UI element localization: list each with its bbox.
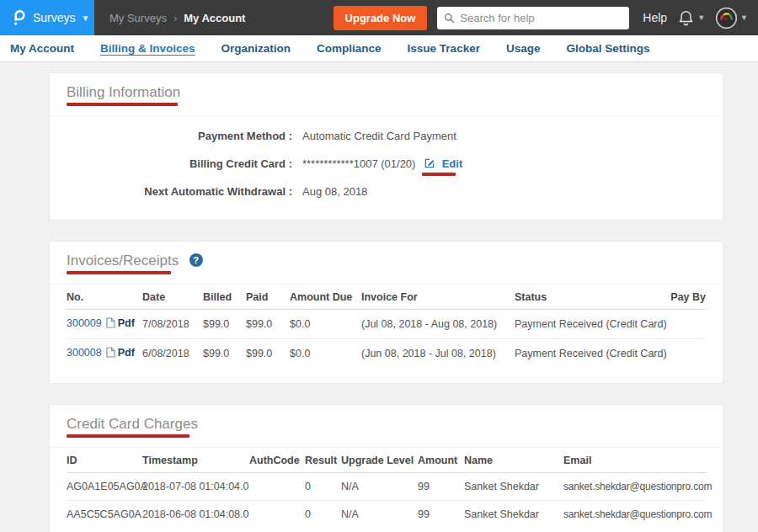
charge-row: AG0A1E05AG0A 2018-07-08 01:04:04.0 0 N/A… <box>67 473 706 501</box>
product-switcher[interactable]: Surveys ▼ <box>0 0 94 35</box>
annotation-underline <box>67 271 171 274</box>
search-icon <box>444 13 455 24</box>
cell-id: AA5C5C5AG0A <box>67 501 142 529</box>
annotation-underline <box>67 434 190 438</box>
payment-method-label: Payment Method : <box>67 128 292 144</box>
invoices-receipts-title: Invoices/Receipts <box>67 253 179 269</box>
edit-card-control: Edit <box>424 156 462 172</box>
invoice-row: 300009Pdf 7/08/2018 $99.0 $99.0 $0.0 (Ju… <box>67 310 706 339</box>
cell-upgrade-level: N/A <box>341 501 418 529</box>
pdf-file-icon[interactable] <box>106 348 115 360</box>
pdf-link[interactable]: Pdf <box>118 347 135 359</box>
cell-invoice-for: (Jul 08, 2018 - Aug 08, 2018) <box>361 310 515 339</box>
cell-timestamp: 2018-06-08 01:04:08.0 <box>142 501 249 529</box>
cell-id: AG0A1E05AG0A <box>67 473 142 501</box>
upgrade-now-button[interactable]: Upgrade Now <box>334 6 428 30</box>
cell-status: Payment Received (Credit Card) <box>515 310 666 339</box>
charges-header-row: ID Timestamp AuthCode Result Upgrade Lev… <box>67 448 706 473</box>
questionpro-logo-icon <box>10 8 27 28</box>
charge-row: AA5C5C5AG0A 2018-06-08 01:04:08.0 0 N/A … <box>67 501 706 529</box>
cell-date: 6/08/2018 <box>142 339 203 369</box>
help-search-input[interactable] <box>460 12 622 24</box>
breadcrumb-current: My Account <box>184 12 245 24</box>
cell-amount-due: $0.0 <box>290 310 361 339</box>
product-name: Surveys <box>33 11 76 24</box>
col-result: Result <box>305 448 341 473</box>
help-question-icon[interactable]: ? <box>190 253 203 267</box>
cell-date: 7/08/2018 <box>142 310 203 339</box>
tab-organization[interactable]: Organization <box>222 42 291 55</box>
billing-information-card: Billing Information Payment Method : Aut… <box>49 72 723 221</box>
chevron-down-icon: ▼ <box>82 13 90 23</box>
col-invoice-for: Invoice For <box>361 285 515 310</box>
credit-card-charges-card: Credit Card Charges ID Timestamp AuthCod… <box>49 404 723 532</box>
notifications-button[interactable]: ▼ <box>677 8 705 27</box>
col-status: Status <box>515 285 666 310</box>
payment-method-row: Payment Method : Automatic Credit Card P… <box>67 128 706 144</box>
cell-authcode <box>249 501 305 529</box>
charges-table: ID Timestamp AuthCode Result Upgrade Lev… <box>67 448 706 528</box>
cell-billed: $99.0 <box>203 339 246 369</box>
credit-card-charges-header: Credit Card Charges <box>50 405 723 448</box>
invoices-receipts-card: Invoices/Receipts ? No. Date Billed <box>49 241 723 384</box>
chevron-down-icon: ▼ <box>740 13 748 22</box>
invoices-table: No. Date Billed Paid Amount Due Invoice … <box>67 285 706 368</box>
cell-name: Sanket Shekdar <box>464 473 563 501</box>
cell-result: 0 <box>305 501 341 529</box>
tab-global-settings[interactable]: Global Settings <box>566 42 649 55</box>
pdf-file-icon[interactable] <box>106 319 115 331</box>
cell-billed: $99.0 <box>203 310 246 339</box>
col-name: Name <box>464 448 563 473</box>
col-timestamp: Timestamp <box>142 448 249 473</box>
billing-credit-card-row: Billing Credit Card : ************1007 (… <box>67 156 706 172</box>
invoice-number-link[interactable]: 300009 <box>67 317 102 329</box>
main-content: Billing Information Payment Method : Aut… <box>0 62 758 532</box>
cell-pay-by <box>666 339 706 369</box>
account-section-nav: My Account Billing & Invoices Organizati… <box>0 35 758 62</box>
col-billed: Billed <box>203 285 246 310</box>
col-no: No. <box>67 285 142 310</box>
pdf-link[interactable]: Pdf <box>118 317 135 329</box>
next-withdrawal-label: Next Automatic Withdrawal : <box>67 184 292 200</box>
invoices-receipts-header: Invoices/Receipts ? <box>50 242 723 285</box>
help-link[interactable]: Help <box>643 11 667 24</box>
col-authcode: AuthCode <box>249 448 305 473</box>
cell-invoice-for: (Jun 08, 2018 - Jul 08, 2018) <box>361 339 515 369</box>
tab-usage[interactable]: Usage <box>506 42 541 55</box>
cell-amount: 99 <box>418 501 464 529</box>
topbar-actions: Upgrade Now Help ▼ <box>334 6 758 30</box>
help-search-box[interactable] <box>437 7 629 29</box>
cell-pay-by <box>666 310 706 339</box>
edit-pencil-icon[interactable] <box>424 157 435 169</box>
cell-authcode <box>249 473 305 501</box>
tab-billing-invoices[interactable]: Billing & Invoices <box>100 42 195 55</box>
cell-no: 300008Pdf <box>67 339 142 369</box>
col-id: ID <box>67 448 142 473</box>
col-amount: Amount <box>418 448 464 473</box>
breadcrumb-my-surveys[interactable]: My Surveys <box>109 12 167 24</box>
breadcrumb-separator-icon: › <box>173 12 177 24</box>
topbar: Surveys ▼ My Surveys › My Account Upgrad… <box>0 0 758 35</box>
chevron-down-icon: ▼ <box>697 13 705 22</box>
billing-invoices-page: Surveys ▼ My Surveys › My Account Upgrad… <box>0 0 758 532</box>
invoices-table-wrap: No. Date Billed Paid Amount Due Invoice … <box>50 285 723 383</box>
annotation-underline <box>422 173 456 176</box>
invoice-number-link[interactable]: 300008 <box>67 347 102 359</box>
invoices-header-row: No. Date Billed Paid Amount Due Invoice … <box>67 285 706 310</box>
gauge-avatar-icon <box>715 7 738 29</box>
cell-upgrade-level: N/A <box>341 473 418 501</box>
billing-information-header: Billing Information <box>50 73 723 116</box>
edit-card-link[interactable]: Edit <box>442 157 463 170</box>
tab-issue-tracker[interactable]: Issue Tracker <box>408 42 480 55</box>
cell-paid: $99.0 <box>246 339 290 369</box>
cell-status: Payment Received (Credit Card) <box>515 339 666 369</box>
col-date: Date <box>142 285 203 310</box>
account-menu-button[interactable]: ▼ <box>715 7 748 29</box>
tab-compliance[interactable]: Compliance <box>317 42 382 55</box>
cell-email: sanket.shekdar@questionpro.com <box>563 473 706 501</box>
credit-card-charges-title: Credit Card Charges <box>67 416 198 433</box>
cell-timestamp: 2018-07-08 01:04:04.0 <box>142 473 249 501</box>
col-pay-by: Pay By <box>666 285 706 310</box>
tab-my-account[interactable]: My Account <box>10 42 74 55</box>
breadcrumb: My Surveys › My Account <box>109 12 245 24</box>
